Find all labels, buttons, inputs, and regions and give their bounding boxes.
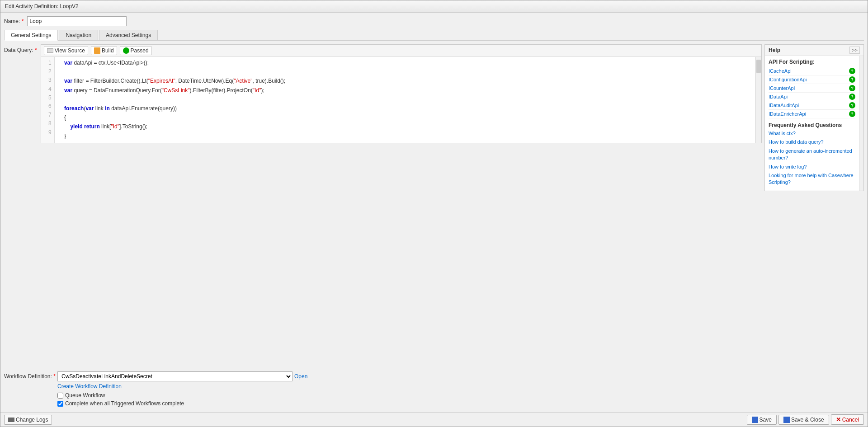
- api-item-idataenricherapi: IDataEnricherApi: [769, 110, 855, 118]
- scrollbar-thumb: [756, 60, 761, 73]
- api-info-icon-1[interactable]: [849, 76, 855, 83]
- title-bar: Edit Activity Definition: LoopV2: [0, 0, 868, 13]
- complete-workflow-row: Complete when all Triggered Workflows co…: [57, 400, 864, 407]
- complete-workflow-label: Complete when all Triggered Workflows co…: [65, 400, 184, 407]
- code-editor[interactable]: var dataApi = ctx.Use<IDataApi>(); var f…: [55, 57, 755, 143]
- api-info-icon-4[interactable]: [849, 102, 855, 108]
- passed-button[interactable]: Passed: [120, 46, 152, 55]
- tab-advanced-settings[interactable]: Advanced Settings: [99, 30, 158, 40]
- api-info-icon-0[interactable]: [849, 68, 855, 74]
- api-item-icounterapi: ICounterApi: [769, 84, 855, 93]
- faq-link-more-help[interactable]: Looking for more help with Casewhere Scr…: [769, 172, 855, 186]
- save-close-button[interactable]: Save & Close: [778, 415, 829, 425]
- api-item-iconfigurationapi: IConfigurationApi: [769, 75, 855, 84]
- api-info-icon-5[interactable]: [849, 111, 855, 117]
- faq-link-write-log[interactable]: How to write log?: [769, 164, 855, 170]
- name-input[interactable]: [27, 16, 127, 26]
- api-link-icacheapi[interactable]: ICacheApi: [769, 68, 792, 74]
- bottom-left: Change Logs: [4, 415, 52, 425]
- editor-toolbar: View Source Build Passed: [41, 45, 761, 57]
- build-button[interactable]: Build: [91, 46, 117, 55]
- passed-icon: [123, 47, 129, 54]
- tab-navigation[interactable]: Navigation: [59, 30, 98, 40]
- faq-section-title: Frequently Asked Questions: [769, 122, 855, 128]
- view-source-icon: [47, 48, 53, 53]
- content-area: Name: * General Settings Navigation Adva…: [0, 13, 868, 412]
- faq-section: Frequently Asked Questions What is ctx? …: [769, 122, 855, 186]
- bottom-right: Save Save & Close ✕ Cancel: [747, 414, 864, 425]
- workflow-required: *: [53, 373, 56, 380]
- api-info-icon-3[interactable]: [849, 94, 855, 100]
- line-numbers: 1 2 3 4 5 6 7 8 9: [41, 57, 55, 143]
- workflow-row: Workflow Definition: * CwSsDeactivateLin…: [4, 371, 864, 381]
- bottom-bar: Change Logs Save Save & Close ✕ Cancel: [0, 412, 868, 427]
- help-scroll-wrap: API For Scripting: ICacheApi IConfigurat…: [765, 56, 863, 191]
- tab-bar: General Settings Navigation Advanced Set…: [4, 30, 864, 41]
- tab-general-settings[interactable]: General Settings: [4, 30, 58, 41]
- complete-workflow-checkbox[interactable]: [57, 401, 63, 407]
- faq-link-ctx[interactable]: What is ctx?: [769, 130, 855, 137]
- help-header: Help >>: [765, 45, 863, 56]
- queue-workflow-label: Queue Workflow: [65, 392, 105, 399]
- help-title: Help: [769, 47, 780, 53]
- data-query-required: *: [35, 47, 37, 53]
- workflow-open-link[interactable]: Open: [294, 373, 307, 380]
- window-title: Edit Activity Definition: LoopV2: [5, 3, 79, 9]
- create-workflow-link[interactable]: Create Workflow Definition: [57, 383, 864, 389]
- main-window: Edit Activity Definition: LoopV2 Name: *…: [0, 0, 868, 427]
- change-logs-button[interactable]: Change Logs: [4, 415, 52, 425]
- build-icon: [94, 47, 100, 54]
- name-required: *: [22, 18, 24, 24]
- workflow-input-wrap: CwSsDeactivateLinkAndDeleteSecret Open: [57, 371, 307, 381]
- api-section-title: API For Scripting:: [769, 59, 855, 65]
- api-link-iconfigurationapi[interactable]: IConfigurationApi: [769, 77, 807, 82]
- api-link-idataapi[interactable]: IDataApi: [769, 94, 788, 99]
- api-link-idataenricherapi[interactable]: IDataEnricherApi: [769, 111, 806, 117]
- queue-workflow-checkbox[interactable]: [57, 393, 63, 399]
- api-info-icon-2[interactable]: [849, 85, 855, 91]
- api-list: ICacheApi IConfigurationApi ICounterApi: [769, 67, 855, 118]
- help-scrollbar[interactable]: [859, 56, 863, 191]
- workflow-label: Workflow Definition: *: [4, 373, 54, 380]
- help-body: API For Scripting: ICacheApi IConfigurat…: [765, 56, 859, 191]
- data-query-label: Data Query: *: [4, 47, 37, 53]
- cancel-icon: ✕: [836, 416, 841, 423]
- code-editor-panel: View Source Build Passed: [41, 44, 762, 143]
- help-expand-button[interactable]: >>: [849, 47, 860, 54]
- api-item-icacheapi: ICacheApi: [769, 67, 855, 75]
- data-query-row: Data Query: * View Source Build: [4, 44, 864, 368]
- save-close-icon: [783, 417, 790, 423]
- change-logs-icon: [8, 418, 14, 422]
- view-source-button[interactable]: View Source: [44, 46, 88, 55]
- name-row: Name: *: [4, 16, 864, 26]
- api-item-idataapi: IDataApi: [769, 93, 855, 101]
- cancel-button[interactable]: ✕ Cancel: [831, 414, 864, 425]
- queue-workflow-row: Queue Workflow: [57, 392, 864, 399]
- api-link-icounterapi[interactable]: ICounterApi: [769, 85, 795, 91]
- editor-scrollbar[interactable]: [755, 57, 761, 143]
- general-settings-panel: Data Query: * View Source Build: [4, 44, 864, 408]
- api-item-idataauditapi: IDataAuditApi: [769, 101, 855, 110]
- bottom-section: Workflow Definition: * CwSsDeactivateLin…: [4, 371, 864, 408]
- workflow-select[interactable]: CwSsDeactivateLinkAndDeleteSecret: [57, 371, 292, 381]
- name-label: Name: *: [4, 18, 24, 24]
- help-panel: Help >> API For Scripting: ICacheApi: [764, 44, 864, 191]
- save-icon: [752, 417, 758, 423]
- faq-link-auto-increment[interactable]: How to generate an auto-incremented numb…: [769, 148, 855, 162]
- editor-content: 1 2 3 4 5 6 7 8 9 var dataApi = ctx.Use<…: [41, 57, 761, 143]
- faq-link-build-query[interactable]: How to build data query?: [769, 139, 855, 145]
- api-link-idataauditapi[interactable]: IDataAuditApi: [769, 103, 799, 108]
- save-button[interactable]: Save: [747, 415, 777, 425]
